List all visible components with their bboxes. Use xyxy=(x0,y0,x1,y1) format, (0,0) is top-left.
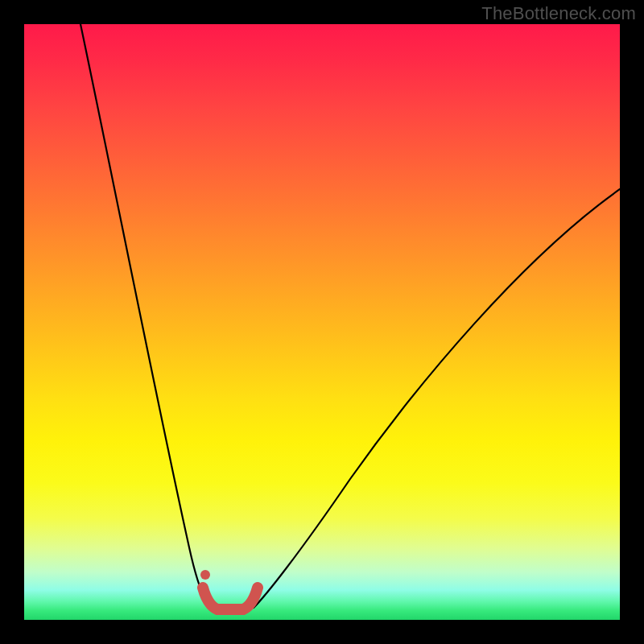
watermark-text: TheBottleneck.com xyxy=(481,3,636,24)
trough-dot xyxy=(200,570,210,580)
trough-highlight xyxy=(203,588,258,609)
curve-layer xyxy=(24,24,620,620)
chart-frame: TheBottleneck.com xyxy=(0,0,644,644)
left-curve xyxy=(80,24,211,608)
plot-area xyxy=(24,24,620,620)
right-curve xyxy=(254,189,620,608)
